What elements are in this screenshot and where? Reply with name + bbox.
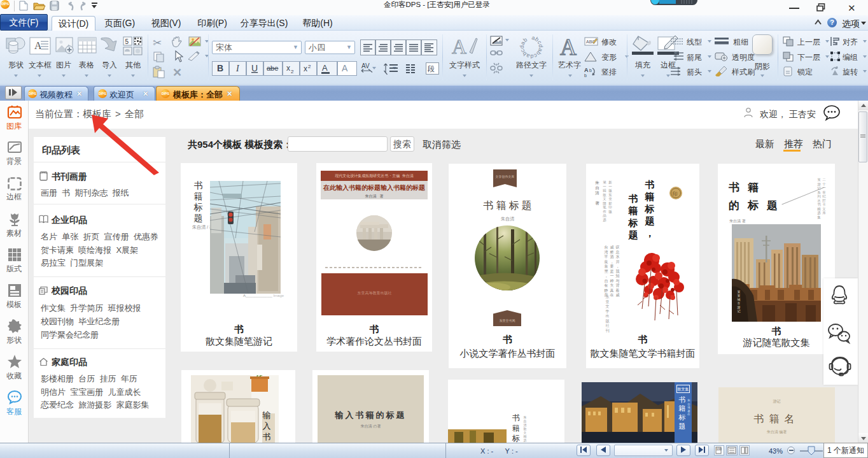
svg-text:A: A <box>342 63 348 73</box>
svg-text:x: x <box>286 64 290 73</box>
svg-text:A: A <box>452 35 466 58</box>
svg-text:A: A <box>322 63 328 73</box>
svg-text:A: A <box>560 34 577 59</box>
svg-text:abcdabcdabcdab: abcdabcdabcdab <box>519 34 544 59</box>
svg-text:段: 段 <box>428 65 435 73</box>
svg-text:B: B <box>217 63 223 73</box>
svg-text:100: 100 <box>717 447 722 451</box>
svg-text:印: 印 <box>673 191 678 197</box>
svg-text:A: A <box>584 67 589 73</box>
svg-text:b: b <box>584 73 587 78</box>
svg-text:2: 2 <box>308 64 311 69</box>
svg-text:abe: abe <box>267 64 278 72</box>
svg-text:U: U <box>251 63 258 73</box>
svg-text:AV: AV <box>361 62 370 69</box>
svg-text:5: 5 <box>125 38 129 45</box>
svg-text:x: x <box>304 64 307 73</box>
svg-text:b: b <box>589 68 592 73</box>
svg-text:2: 2 <box>291 69 294 75</box>
